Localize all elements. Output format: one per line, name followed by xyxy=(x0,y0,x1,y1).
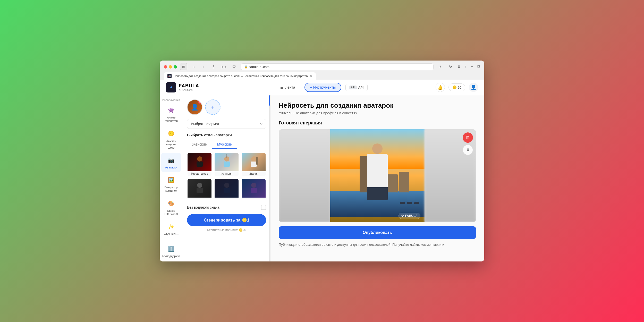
uploaded-photo: 👤 ✕ xyxy=(187,99,202,115)
scroll-indicator xyxy=(269,95,270,261)
style-card-dark3[interactable] xyxy=(241,179,266,200)
sidebar-image-gen-label: Генератор картинок xyxy=(163,186,179,192)
traffic-lights xyxy=(164,65,177,69)
api-label: API xyxy=(358,86,364,89)
logo-area: ✦ FABULA AI Solutions xyxy=(166,82,207,92)
tab-title: Нейросеть для создания аватарок по фото … xyxy=(174,74,308,78)
free-tries-text: Бесплатные попытки: 🪙20 xyxy=(187,228,266,232)
browser-window: ⊞ ‹ › ⋮ ▷▷ 🛡 🔒 fabula-ai.com ⤸ ↻ ⬇ ↑ + ⧉ xyxy=(160,61,484,261)
nav-feed[interactable]: ☰ Лента xyxy=(275,83,300,91)
feed-label: Лента xyxy=(285,85,295,89)
photo-remove-button[interactable]: ✕ xyxy=(198,99,202,104)
app-header: ✦ FABULA AI Solutions ☰ Лента + Инструме… xyxy=(160,80,484,95)
man-head xyxy=(372,143,383,154)
fabula-watermark: ⟳ FABULA xyxy=(399,213,420,219)
download-result-button[interactable]: ⬇ xyxy=(463,145,473,155)
sidebar-item-stable-diffusion[interactable]: 🎨 Stable Diffusion 3 xyxy=(161,196,181,218)
style-italy-preview xyxy=(242,153,266,171)
sidebar-stable-diffusion-label: Stable Diffusion 3 xyxy=(163,209,179,216)
tab-male[interactable]: Мужские xyxy=(212,140,237,149)
building-3 xyxy=(399,172,409,192)
browser-controls: ‹ › xyxy=(190,63,207,70)
translate-icon[interactable]: ⤸ xyxy=(437,63,444,70)
download-icon[interactable]: ⬇ xyxy=(457,64,461,69)
sidebar-avatars-label: Аватарки xyxy=(165,166,177,169)
style-card-italy[interactable]: Италия xyxy=(241,152,266,176)
tools-label: + Инструменты xyxy=(310,85,336,89)
share-icon[interactable]: ↑ xyxy=(465,64,467,69)
right-panel: Нейросеть для создания аватарок Уникальн… xyxy=(270,95,484,261)
maximize-button[interactable] xyxy=(174,65,177,69)
tab-female[interactable]: Женские xyxy=(187,140,212,149)
man-body xyxy=(367,154,388,187)
page-title: Нейросеть для создания аватарок xyxy=(279,101,476,109)
svg-rect-7 xyxy=(256,157,258,165)
bookmark-icon[interactable]: ⋮ xyxy=(210,63,217,70)
sidebar-item-support[interactable]: ℹ️ Техподдержка xyxy=(163,242,179,260)
boat-1 xyxy=(400,202,405,204)
tab-close-icon[interactable]: ✕ xyxy=(310,74,312,78)
sidebar-item-enhance[interactable]: ✨ Улучшить... xyxy=(161,219,181,238)
generate-button[interactable]: Сгенерировать за 🪙1 xyxy=(187,214,266,226)
notification-button[interactable]: 🔔 xyxy=(436,83,445,92)
enhance-icon: ✨ xyxy=(167,222,176,231)
logo-text: FABULA AI Solutions xyxy=(179,83,199,91)
add-tab-icon[interactable]: + xyxy=(471,64,473,69)
style-dark2-preview xyxy=(215,179,239,198)
browser-chrome: ⊞ ‹ › ⋮ ▷▷ 🛡 🔒 fabula-ai.com ⤸ ↻ ⬇ ↑ + ⧉ xyxy=(160,61,484,80)
style-card-dark1[interactable] xyxy=(187,179,212,200)
watermark-checkbox[interactable] xyxy=(261,205,266,210)
main-content: Изображения 👾 Аниме генератор 😶 Замена л… xyxy=(160,95,484,261)
publish-button[interactable]: Опубликовать xyxy=(279,226,476,239)
svg-rect-3 xyxy=(224,162,230,167)
nav-tools[interactable]: + Инструменты xyxy=(304,83,341,92)
style-sin-label: Город грехов xyxy=(188,171,211,176)
delete-result-button[interactable]: 🗑 xyxy=(463,132,473,143)
venice-scene xyxy=(330,129,425,217)
result-actions: 🗑 ⬇ xyxy=(463,132,473,155)
watermark-text: FABULA xyxy=(405,214,418,218)
duplicate-icon[interactable]: ⧉ xyxy=(477,64,480,69)
credits-button[interactable]: 🪙 20 xyxy=(448,83,465,91)
reload-icon[interactable]: ↻ xyxy=(447,63,454,70)
address-bar[interactable]: 🔒 fabula-ai.com xyxy=(241,63,434,70)
reader-icon[interactable]: ▷▷ xyxy=(220,63,227,70)
sidebar-section-label: Изображения xyxy=(160,95,183,103)
svg-rect-6 xyxy=(251,162,257,167)
add-photo-button[interactable]: + xyxy=(205,99,221,115)
man-legs xyxy=(367,187,388,200)
active-tab[interactable]: 🤖 Нейросеть для создания аватарок по фот… xyxy=(164,72,316,80)
sidebar-item-image-gen[interactable]: 🖼️ Генератор картинок xyxy=(161,173,181,195)
format-select[interactable]: Выбрать формат xyxy=(187,119,266,129)
nav-api[interactable]: API API xyxy=(345,84,368,91)
forward-button[interactable]: › xyxy=(200,63,207,70)
style-card-france[interactable]: Франция xyxy=(214,152,239,176)
watermark-row: Без водяного знака xyxy=(187,205,266,210)
svg-point-8 xyxy=(197,183,202,188)
style-tabs: Женские Мужские xyxy=(187,140,266,149)
svg-point-10 xyxy=(224,183,229,188)
sidebar-item-avatars[interactable]: 📷 Аватарки xyxy=(161,153,181,172)
sidebar-item-face-swap[interactable]: 😶 Замена лица на фото xyxy=(161,126,181,152)
avatar-icon: 📷 xyxy=(167,156,176,165)
svg-rect-13 xyxy=(251,188,257,193)
back-button[interactable]: ‹ xyxy=(190,63,198,70)
style-card-dark2[interactable] xyxy=(214,179,239,200)
close-button[interactable] xyxy=(164,65,167,69)
sidebar-support-label: Техподдержка xyxy=(162,255,181,258)
upload-area: 👤 ✕ + xyxy=(187,99,266,115)
boat-2 xyxy=(407,202,412,204)
scroll-thumb xyxy=(269,95,270,106)
sidebar-toggle-button[interactable]: ⊞ xyxy=(180,63,187,70)
face-swap-icon: 😶 xyxy=(167,129,176,138)
style-card-sin-city[interactable]: Город грехов xyxy=(187,152,212,176)
header-nav: ☰ Лента + Инструменты API API xyxy=(212,83,430,92)
sidebar-item-anime[interactable]: 👾 Аниме генератор xyxy=(161,103,181,125)
style-italy-label: Италия xyxy=(242,171,266,176)
boat-3 xyxy=(414,202,419,204)
man-figure xyxy=(365,143,390,195)
minimize-button[interactable] xyxy=(169,65,172,69)
user-profile-button[interactable]: 👤 xyxy=(469,83,478,92)
browser-actions: ⬇ ↑ + ⧉ xyxy=(457,64,480,69)
shield-icon[interactable]: 🛡 xyxy=(231,63,238,70)
